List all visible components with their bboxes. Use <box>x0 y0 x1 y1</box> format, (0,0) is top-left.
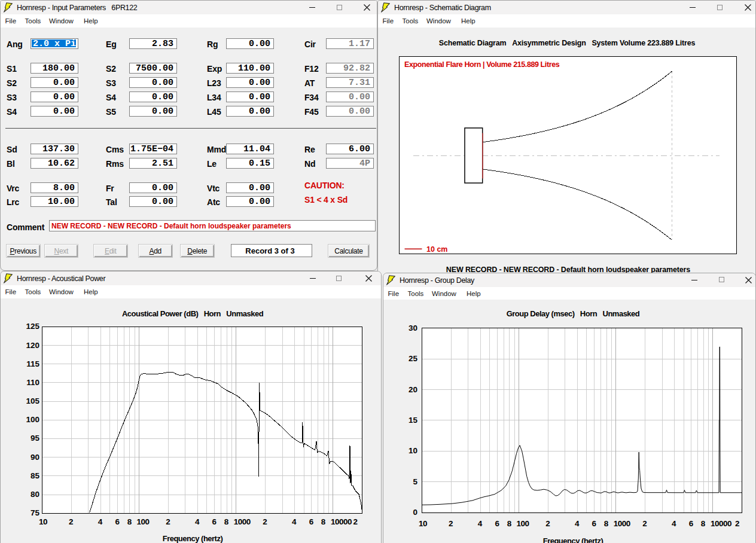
svg-text:6: 6 <box>495 519 499 528</box>
svg-text:75: 75 <box>31 508 40 517</box>
svg-text:1000: 1000 <box>234 517 251 526</box>
svg-text:Acoustical Power (dB) Horn: Acoustical Power (dB) Horn Unmasked <box>122 309 264 318</box>
svg-text:Frequency (hertz): Frequency (hertz) <box>163 534 223 543</box>
svg-text:8: 8 <box>224 517 229 526</box>
svg-text:2: 2 <box>69 517 74 526</box>
svg-text:4: 4 <box>195 517 200 526</box>
svg-text:6: 6 <box>689 519 694 528</box>
svg-text:25: 25 <box>409 354 418 363</box>
svg-text:8: 8 <box>507 519 512 528</box>
svg-text:Group Delay (msec) Horn Un: Group Delay (msec) Horn Unmasked <box>507 309 640 318</box>
svg-text:105: 105 <box>26 396 39 405</box>
svg-text:NEW RECORD - NEW RECORD - Defa: NEW RECORD - NEW RECORD - Default horn l… <box>446 265 690 273</box>
svg-text:8: 8 <box>604 519 609 528</box>
svg-text:10 cm: 10 cm <box>426 245 447 254</box>
svg-text:2: 2 <box>545 519 550 528</box>
svg-text:2: 2 <box>735 519 740 528</box>
svg-text:125: 125 <box>26 322 39 331</box>
svg-text:10: 10 <box>409 446 417 455</box>
svg-text:2: 2 <box>263 517 267 526</box>
svg-text:4: 4 <box>292 517 297 526</box>
svg-text:85: 85 <box>31 471 40 480</box>
svg-text:6: 6 <box>592 519 597 528</box>
svg-text:10: 10 <box>419 519 427 528</box>
svg-text:15: 15 <box>409 416 418 425</box>
svg-text:6: 6 <box>115 517 120 526</box>
svg-text:4: 4 <box>478 519 483 528</box>
svg-text:4: 4 <box>98 517 103 526</box>
svg-text:2: 2 <box>353 517 358 526</box>
svg-text:115: 115 <box>26 359 39 368</box>
svg-text:4: 4 <box>575 519 580 528</box>
svg-text:20: 20 <box>409 385 417 394</box>
svg-text:4: 4 <box>672 519 676 528</box>
svg-text:8: 8 <box>701 519 706 528</box>
svg-text:1000: 1000 <box>614 519 630 528</box>
svg-text:8: 8 <box>321 517 326 526</box>
svg-text:2: 2 <box>642 519 647 528</box>
svg-text:120: 120 <box>26 341 39 350</box>
svg-text:2: 2 <box>449 519 453 528</box>
svg-text:2: 2 <box>166 517 170 526</box>
svg-text:0: 0 <box>413 508 417 517</box>
svg-text:100: 100 <box>26 415 39 424</box>
svg-text:8: 8 <box>127 517 132 526</box>
svg-text:30: 30 <box>409 324 417 332</box>
svg-text:5: 5 <box>413 477 417 486</box>
svg-text:80: 80 <box>31 490 39 499</box>
svg-text:Frequency (hertz): Frequency (hertz) <box>543 536 603 543</box>
svg-text:100: 100 <box>517 519 529 528</box>
svg-text:110: 110 <box>26 378 39 387</box>
svg-text:10: 10 <box>39 517 47 526</box>
svg-text:6: 6 <box>309 517 314 526</box>
svg-text:6: 6 <box>212 517 217 526</box>
svg-text:10000: 10000 <box>711 519 731 528</box>
svg-text:90: 90 <box>31 453 39 462</box>
svg-text:Exponential Flare Horn | Volum: Exponential Flare Horn | Volume 215.889 … <box>404 60 560 69</box>
svg-text:100: 100 <box>137 517 150 526</box>
svg-text:10000: 10000 <box>331 517 352 526</box>
svg-text:95: 95 <box>31 434 40 443</box>
svg-text:Schematic Diagram Axisymmetr: Schematic Diagram Axisymmetric Design Sy… <box>439 38 696 47</box>
